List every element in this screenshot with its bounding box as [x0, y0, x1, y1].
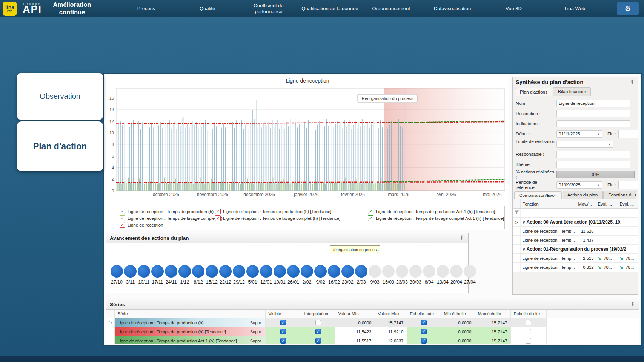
suppr-link[interactable]: Suppr.: [248, 339, 262, 343]
nav-item-coefficient-de-performance[interactable]: Coefficient de performance: [238, 2, 299, 16]
field-input[interactable]: Ligne de reception: [556, 100, 630, 107]
filter-funnel-icon[interactable]: [515, 210, 519, 215]
unchecked-checkbox[interactable]: [526, 338, 531, 344]
nav-item-process[interactable]: Process: [115, 5, 177, 12]
milestone-dot[interactable]: [396, 265, 408, 278]
checked-checkbox[interactable]: ✓: [315, 338, 321, 344]
milestone-dot[interactable]: [301, 265, 313, 278]
evolution-cell: [618, 236, 638, 245]
expand-row-icon[interactable]: ▷: [515, 220, 518, 224]
filter-cell[interactable]: [520, 209, 576, 218]
scroll-left-arrow[interactable]: ‹: [630, 192, 632, 198]
milestone-dot[interactable]: [165, 265, 177, 278]
milestone-dot[interactable]: [178, 265, 191, 278]
unchecked-checkbox[interactable]: [526, 320, 531, 325]
field-value: 01/09/2025: [559, 183, 581, 187]
fin-field-clipped[interactable]: [618, 181, 638, 189]
fin-field-clipped[interactable]: [618, 130, 638, 138]
filter-cell[interactable]: [576, 209, 596, 218]
synthese-tab-bilan-financier[interactable]: Bilan financier: [553, 87, 591, 96]
legend-checkbox[interactable]: ✓: [120, 222, 125, 228]
field-select[interactable]: 01/09/2025∨: [556, 181, 602, 189]
milestone-dot[interactable]: [206, 265, 218, 278]
filler-cell: [546, 336, 639, 344]
filter-cell[interactable]: [618, 209, 638, 218]
milestone-dot[interactable]: [355, 265, 367, 278]
milestone-dot[interactable]: [464, 265, 476, 278]
milestone-dot[interactable]: [233, 265, 245, 278]
filter-cell[interactable]: [596, 209, 618, 218]
y-tick-label: 6: [112, 154, 114, 158]
timeseries-chart[interactable]: 0246810121416octobre 2025novembre 2025dé…: [106, 85, 510, 199]
milestone-dot[interactable]: [437, 265, 449, 278]
pin-icon[interactable]: [630, 302, 635, 307]
field-select[interactable]: ∨: [556, 141, 613, 148]
suppr-link[interactable]: Suppr.: [248, 321, 262, 325]
milestone-dot[interactable]: [409, 265, 422, 278]
tab-observation[interactable]: Observation: [17, 73, 103, 120]
nav-item-datavisualisation[interactable]: Datavisualisation: [422, 5, 483, 12]
milestone-dot[interactable]: [328, 265, 340, 278]
field-label: Thème :: [513, 162, 556, 167]
collapse-group-icon[interactable]: ∨: [523, 220, 527, 224]
legend-checkbox[interactable]: ✓: [368, 215, 373, 221]
tab-plan-d-action[interactable]: Plan d'action: [17, 121, 103, 171]
checked-checkbox[interactable]: ✓: [421, 338, 427, 344]
milestone-dot[interactable]: [246, 265, 259, 278]
milestone-dot[interactable]: [382, 265, 395, 278]
collapse-group-icon[interactable]: ∨: [523, 247, 527, 252]
pin-icon[interactable]: [630, 80, 635, 85]
milestone-dot[interactable]: [192, 265, 204, 278]
milestone-dot[interactable]: [341, 265, 354, 278]
legend-checkbox[interactable]: ✓: [215, 215, 221, 221]
legend-checkbox[interactable]: ✓: [120, 209, 125, 214]
field-select[interactable]: 01/11/2025∨: [556, 130, 602, 138]
milestone-dot[interactable]: [111, 265, 123, 278]
field-input[interactable]: [556, 161, 630, 168]
checked-checkbox[interactable]: ✓: [315, 329, 321, 334]
nav-item-qualite[interactable]: Qualité: [177, 5, 238, 12]
legend-checkbox[interactable]: ✓: [368, 209, 373, 214]
field-input[interactable]: [556, 120, 630, 127]
scroll-right-arrow[interactable]: ›: [635, 192, 636, 198]
expand-row-icon[interactable]: ▷: [109, 320, 112, 325]
field-input[interactable]: [556, 110, 630, 117]
checked-checkbox[interactable]: ✓: [421, 320, 427, 325]
legend-checkbox[interactable]: ✓: [120, 215, 125, 221]
milestone-dot[interactable]: [423, 265, 435, 278]
synthese-tab-plan-d-actions[interactable]: Plan d'actions: [515, 88, 552, 96]
unchecked-checkbox[interactable]: [315, 320, 321, 325]
x-month-label: mai 2026: [483, 192, 502, 197]
milestone-date: 22/12: [218, 279, 233, 285]
nav-item-lina-web[interactable]: Lina Web: [544, 5, 606, 12]
milestone-dot[interactable]: [274, 265, 286, 278]
milestone-dot[interactable]: [450, 265, 463, 278]
milestone-dot[interactable]: [314, 265, 327, 278]
nav-item-ordonnancement[interactable]: Ordonnancement: [361, 5, 422, 12]
field-input[interactable]: [556, 151, 630, 158]
subtab-comparaison-evol[interactable]: Comparaison/Evol.: [514, 191, 562, 199]
checked-checkbox[interactable]: ✓: [421, 329, 427, 334]
nav-item-vue-3d[interactable]: Vue 3D: [483, 5, 544, 12]
subtab-actions-du-plan[interactable]: Actions du plan: [563, 191, 603, 199]
milestone-dot[interactable]: [369, 265, 381, 278]
suppr-link[interactable]: Suppr.: [248, 330, 262, 334]
lina-pro-logo[interactable]: lina PRO: [3, 2, 17, 16]
unchecked-checkbox[interactable]: [526, 329, 531, 334]
nav-item-qualification-de-la-donnee[interactable]: Qualification de la donnée: [299, 5, 360, 12]
milestone-dot[interactable]: [287, 265, 300, 278]
legend-checkbox[interactable]: ✓: [215, 209, 221, 214]
milestone-date: 13/04: [435, 279, 450, 285]
pin-icon[interactable]: [459, 235, 464, 241]
milestone-dot[interactable]: [260, 265, 272, 278]
checked-checkbox[interactable]: ✓: [280, 320, 286, 325]
milestone-dot[interactable]: [138, 265, 150, 278]
milestone-dot[interactable]: [124, 265, 137, 278]
groupe-api-logo[interactable]: Groupe API: [23, 3, 42, 15]
settings-button[interactable]: ⚙: [617, 2, 639, 15]
milestone-dot[interactable]: [219, 265, 232, 278]
checked-checkbox[interactable]: ✓: [280, 329, 286, 334]
checked-checkbox[interactable]: ✓: [280, 338, 286, 344]
serie-cell-content: Ligne de réception : Temps de production…: [118, 321, 262, 325]
milestone-dot[interactable]: [151, 265, 164, 278]
